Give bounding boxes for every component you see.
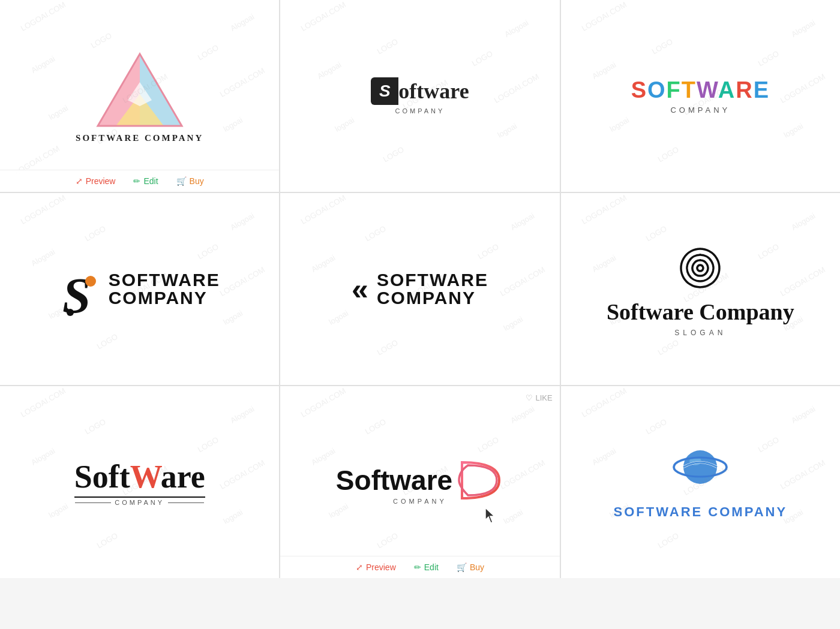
logo-7-are: are: [161, 459, 205, 495]
cursor-icon: [483, 507, 500, 530]
expand-icon-1: ⤢: [76, 176, 83, 186]
cart-icon-8: 🛒: [457, 562, 467, 572]
logo-8-sub: COMPANY: [393, 498, 447, 505]
logo-5-line1: SOFTWARE: [377, 271, 488, 289]
logo-cell-3[interactable]: LOGOAI.COM LOGO Alogoai LOGOAI.COM logoa…: [561, 0, 840, 192]
logo-7-main: SoftWare: [74, 458, 205, 498]
logo-9-content: SOFTWARE COMPANY: [614, 444, 788, 520]
logo-8-word: Software: [336, 464, 452, 496]
preview-btn-1[interactable]: ⤢ Preview: [76, 176, 116, 186]
spiral-svg: [673, 241, 727, 295]
triangle-svg: [92, 49, 188, 127]
logo-6-slogan: SLOGAN: [674, 329, 726, 337]
logo-6-content: Software Company SLOGAN: [607, 241, 794, 337]
svg-text:S: S: [62, 268, 91, 316]
like-button-8[interactable]: ♡ LIKE: [526, 393, 552, 402]
like-label-8: LIKE: [535, 393, 552, 402]
logo-7-w-icon: W: [130, 459, 161, 495]
logo-8-content: Software COMPANY: [336, 459, 504, 505]
logo-cell-6[interactable]: LOGOAI.COM LOGO Alogoai LOGOAI.COM logoa…: [561, 193, 840, 385]
svg-point-8: [67, 309, 74, 316]
logo-2-s-box: S: [371, 77, 398, 105]
logo-cell-1[interactable]: LOGOAI.COM LOGO Alogoai LOGOAI.COM logoa…: [0, 0, 279, 192]
logo-5-text-group: SOFTWARE COMPANY: [377, 271, 488, 307]
svg-point-7: [85, 276, 96, 287]
hover-bar-1[interactable]: ⤢ Preview ✏ Edit 🛒 Buy: [0, 170, 279, 192]
logo-2-main: S oftware: [371, 77, 469, 105]
logo-5-chevron: «: [352, 272, 368, 306]
logo-6-name: Software Company: [607, 299, 794, 325]
planet-svg: [670, 444, 730, 498]
s-dot-svg: S: [59, 268, 101, 316]
logo-5-content: « SOFTWARE COMPANY: [352, 271, 488, 307]
logo-4-line2: COMPANY: [109, 289, 220, 307]
logo-2-sub: COMPANY: [395, 107, 445, 115]
logo-1-content: SOFTWARE COMPANY: [76, 49, 203, 143]
logo-7-sw: Soft: [74, 459, 130, 495]
logo-7-line-left: [75, 502, 111, 503]
edit-btn-8[interactable]: ✏ Edit: [414, 562, 439, 572]
heart-icon-8: ♡: [526, 393, 533, 402]
logo-7-sub-row: COMPANY: [75, 499, 204, 506]
logo-3-title: SOFTWARE: [631, 77, 770, 103]
logo-cell-7[interactable]: LOGOAI.COM LOGO Alogoai LOGOAI.COM logoa…: [0, 386, 279, 578]
logo-9-text: SOFTWARE COMPANY: [614, 504, 788, 520]
logo-5-line2: COMPANY: [377, 289, 488, 307]
logo-8-top: Software: [336, 459, 504, 501]
expand-icon-8: ⤢: [356, 562, 363, 572]
preview-btn-8[interactable]: ⤢ Preview: [356, 562, 396, 572]
logo-cell-4[interactable]: LOGOAI.COM LOGO Alogoai LOGOAI.COM logoa…: [0, 193, 279, 385]
logo-cell-9[interactable]: LOGOAI.COM LOGO Alogoai LOGOAI.COM logoa…: [561, 386, 840, 578]
logo-3-sub: COMPANY: [670, 106, 730, 115]
logo-4-text-group: SOFTWARE COMPANY: [109, 271, 220, 307]
logo-2-content: S oftware COMPANY: [371, 77, 469, 115]
logo-7-sub-text: COMPANY: [115, 499, 164, 506]
buy-btn-8[interactable]: 🛒 Buy: [457, 562, 484, 572]
logo-4-content: S SOFTWARE COMPANY: [59, 268, 220, 310]
logo-grid: LOGOAI.COM LOGO Alogoai LOGOAI.COM logoa…: [0, 0, 840, 578]
logo-2-word: oftware: [398, 79, 469, 104]
cart-icon-1: 🛒: [176, 176, 187, 186]
logo-4-symbol: S: [59, 268, 101, 310]
edit-icon-1: ✏: [133, 176, 140, 186]
logo-cell-8[interactable]: LOGOAI.COM LOGO Alogoai LOGOAI.COM logoa…: [280, 386, 559, 578]
logo-1-text: SOFTWARE COMPANY: [76, 133, 203, 143]
logo-cell-2[interactable]: LOGOAI.COM LOGO Alogoai LOGOAI.COM logoa…: [280, 0, 559, 192]
edit-btn-1[interactable]: ✏ Edit: [133, 176, 158, 186]
play-icon-svg: [456, 459, 504, 501]
logo-cell-5[interactable]: LOGOAI.COM LOGO Alogoai LOGOAI.COM logoa…: [280, 193, 559, 385]
logo-7-content: SoftWare COMPANY: [74, 458, 205, 506]
hover-bar-8[interactable]: ⤢ Preview ✏ Edit 🛒 Buy: [280, 556, 559, 578]
logo-4-line1: SOFTWARE: [109, 271, 220, 289]
logo-7-line-right: [168, 502, 204, 503]
svg-point-9: [683, 450, 717, 484]
edit-icon-8: ✏: [414, 562, 421, 572]
buy-btn-1[interactable]: 🛒 Buy: [176, 176, 204, 186]
logo-3-content: SOFTWARE COMPANY: [631, 77, 770, 115]
